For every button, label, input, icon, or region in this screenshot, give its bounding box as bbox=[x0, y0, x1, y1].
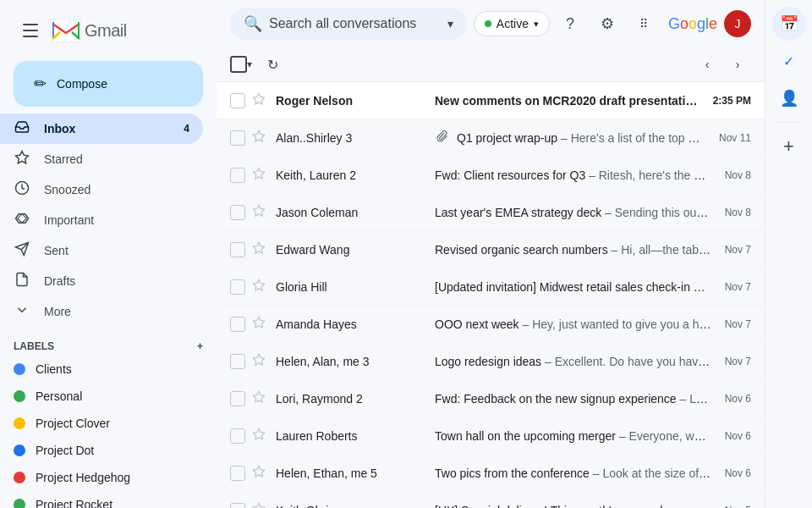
sidebar-item-more[interactable]: More bbox=[0, 296, 203, 327]
email-row[interactable]: Amanda HayesOOO next week – Hey, just wa… bbox=[217, 306, 765, 343]
right-panel-tasks-button[interactable]: ✓ bbox=[772, 44, 806, 78]
email-checkbox[interactable] bbox=[230, 354, 245, 369]
labels-header-text: LABELS bbox=[14, 340, 54, 352]
prev-page-button[interactable]: ‹ bbox=[694, 51, 721, 78]
svg-marker-14 bbox=[253, 354, 264, 365]
search-input[interactable] bbox=[269, 16, 441, 31]
email-row[interactable]: Lauren RobertsTown hall on the upcoming … bbox=[217, 417, 765, 455]
email-row[interactable]: Keith Obrien[UX] Special delivery! This … bbox=[217, 492, 765, 508]
search-dropdown-arrow[interactable]: ▾ bbox=[447, 17, 453, 30]
sidebar-item-snoozed[interactable]: Snoozed bbox=[0, 174, 203, 205]
email-star[interactable] bbox=[252, 502, 269, 509]
email-checkbox[interactable] bbox=[230, 428, 245, 444]
email-star[interactable] bbox=[252, 316, 269, 333]
email-row[interactable]: Helen, Alan, me 3Logo redesign ideas – E… bbox=[217, 343, 765, 380]
email-subject: Fwd: Feedback on the new signup experien… bbox=[435, 392, 677, 406]
right-panel-divider bbox=[776, 122, 803, 123]
email-row[interactable]: Gloria Hill[Updated invitation] Midwest … bbox=[217, 268, 765, 306]
gmail-wordmark: Gmail bbox=[85, 21, 127, 41]
sidebar-item-starred[interactable]: Starred bbox=[0, 144, 203, 174]
email-star[interactable] bbox=[252, 130, 269, 146]
email-checkbox[interactable] bbox=[230, 205, 245, 220]
email-star[interactable] bbox=[252, 353, 269, 370]
labels-section-header: LABELS + bbox=[0, 334, 217, 356]
email-checkbox[interactable] bbox=[230, 391, 245, 406]
email-content: Fwd: Feedback on the new signup experien… bbox=[435, 392, 711, 406]
email-star[interactable] bbox=[252, 92, 269, 109]
email-row[interactable]: Edward WangRevised organic search number… bbox=[217, 231, 765, 268]
email-row[interactable]: Helen, Ethan, me 5Two pics from the conf… bbox=[217, 455, 765, 492]
email-subject: Last year's EMEA strategy deck bbox=[435, 206, 601, 219]
refresh-button[interactable]: ↻ bbox=[259, 51, 286, 78]
label-item-personal[interactable]: Personal bbox=[0, 383, 203, 410]
svg-marker-10 bbox=[253, 205, 264, 216]
sidebar-item-drafts[interactable]: Drafts bbox=[0, 266, 203, 296]
select-dropdown-arrow[interactable]: ▾ bbox=[247, 58, 252, 70]
email-time: Nov 8 bbox=[725, 169, 751, 181]
add-label-button[interactable]: + bbox=[197, 340, 203, 352]
email-checkbox[interactable] bbox=[230, 503, 245, 509]
email-checkbox[interactable] bbox=[230, 317, 245, 332]
email-star[interactable] bbox=[252, 390, 269, 407]
apps-button[interactable]: ⠿ bbox=[628, 7, 661, 41]
email-row[interactable]: Alan..Shirley 3Q1 project wrap-up – Here… bbox=[217, 119, 765, 157]
email-star[interactable] bbox=[252, 167, 269, 184]
active-dot-icon bbox=[485, 20, 491, 27]
sidebar-item-inbox[interactable]: Inbox4 bbox=[0, 113, 203, 144]
settings-button[interactable]: ⚙ bbox=[590, 7, 624, 41]
email-checkbox[interactable] bbox=[230, 466, 245, 481]
search-box[interactable]: 🔍 ▾ bbox=[230, 8, 467, 40]
personal-color-dot bbox=[14, 390, 25, 402]
right-panel-calendar-button[interactable]: 📅 bbox=[772, 7, 806, 41]
compose-icon: ✏ bbox=[34, 75, 47, 93]
right-panel-contacts-button[interactable]: 👤 bbox=[772, 81, 806, 115]
email-time: Nov 5 bbox=[725, 505, 751, 509]
email-checkbox[interactable] bbox=[230, 93, 245, 108]
compose-button[interactable]: ✏ Compose bbox=[14, 61, 203, 107]
sidebar-item-important[interactable]: Important bbox=[0, 205, 203, 235]
email-star[interactable] bbox=[252, 241, 269, 258]
select-all-area[interactable]: ▾ bbox=[230, 56, 252, 73]
next-page-button[interactable]: › bbox=[724, 51, 751, 78]
help-button[interactable]: ? bbox=[553, 7, 587, 41]
email-row[interactable]: Lori, Raymond 2Fwd: Feedback on the new … bbox=[217, 380, 765, 417]
email-checkbox[interactable] bbox=[230, 130, 245, 146]
email-subject: Logo redesign ideas bbox=[435, 355, 541, 368]
hamburger-button[interactable] bbox=[14, 14, 47, 47]
svg-marker-8 bbox=[253, 130, 264, 141]
email-content: Last year's EMEA strategy deck – Sending… bbox=[435, 206, 711, 219]
email-row[interactable]: Roger NelsonNew comments on MCR2020 draf… bbox=[217, 82, 765, 119]
label-item-project-rocket[interactable]: Project Rocket bbox=[0, 491, 203, 508]
email-star[interactable] bbox=[252, 204, 269, 221]
email-preview: – Looping in Annika. The feedback we've.… bbox=[680, 392, 711, 406]
svg-marker-9 bbox=[253, 168, 264, 179]
email-content: New comments on MCR2020 draft presentati… bbox=[435, 94, 700, 108]
svg-marker-16 bbox=[253, 428, 264, 439]
active-status-button[interactable]: Active ▾ bbox=[474, 11, 550, 36]
email-checkbox[interactable] bbox=[230, 279, 245, 295]
email-star[interactable] bbox=[252, 279, 269, 295]
label-item-clients[interactable]: Clients bbox=[0, 356, 203, 383]
project-rocket-label: Project Rocket bbox=[36, 498, 112, 508]
label-item-project-dot[interactable]: Project Dot bbox=[0, 437, 203, 464]
email-subject: [UX] Special delivery! This month's rese… bbox=[435, 504, 710, 509]
email-time: Nov 6 bbox=[725, 467, 751, 479]
label-item-project-hedgehog[interactable]: Project Hedgehog bbox=[0, 464, 203, 491]
select-all-checkbox[interactable] bbox=[230, 56, 247, 73]
email-sender: Keith Obrien bbox=[276, 504, 428, 509]
email-subject: OOO next week bbox=[435, 318, 519, 331]
email-sender: Jason Coleman bbox=[276, 206, 428, 219]
email-checkbox[interactable] bbox=[230, 242, 245, 257]
email-checkbox[interactable] bbox=[230, 168, 245, 183]
email-row[interactable]: Keith, Lauren 2Fwd: Client resources for… bbox=[217, 157, 765, 194]
user-avatar[interactable]: J bbox=[724, 10, 751, 37]
email-preview: – Sending this out to anyone who missed … bbox=[605, 206, 711, 219]
email-star[interactable] bbox=[252, 428, 269, 444]
label-item-project-clover[interactable]: Project Clover bbox=[0, 410, 203, 437]
right-panel-add-button[interactable]: + bbox=[772, 130, 806, 163]
email-star[interactable] bbox=[252, 465, 269, 482]
sidebar-item-sent[interactable]: Sent bbox=[0, 235, 203, 266]
important-label: Important bbox=[44, 213, 94, 227]
email-row[interactable]: Jason ColemanLast year's EMEA strategy d… bbox=[217, 194, 765, 231]
email-content: Town hall on the upcoming merger – Every… bbox=[435, 429, 711, 443]
